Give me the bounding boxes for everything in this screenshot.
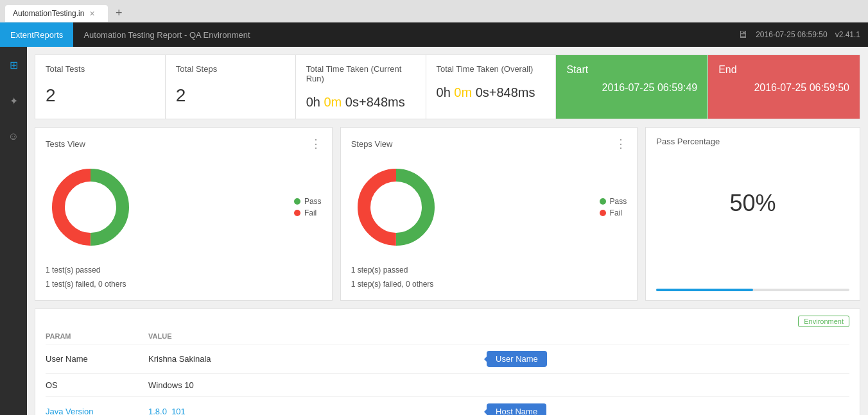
tests-legend: Pass Fail <box>294 197 322 217</box>
stat-card-total-tests: Total Tests 2 <box>35 55 166 119</box>
browser-chrome: AutomationTesting.in × + <box>0 0 868 22</box>
time-overall-title: Total Time Taken (Overall) <box>437 64 546 74</box>
table-row: Java Version1.8.0_101Host Name <box>46 397 849 415</box>
sidebar-icon-settings[interactable]: ✦ <box>2 89 25 112</box>
sidebar-icon-dashboard[interactable]: ⊞ <box>2 53 25 76</box>
env-value: Krishna Sakinala <box>148 344 474 374</box>
sidebar-icon-user[interactable]: ☺ <box>2 125 25 148</box>
tab-title: AutomationTesting.in <box>13 9 84 18</box>
tests-view-menu[interactable]: ⋮ <box>310 137 322 151</box>
tests-donut <box>46 162 135 252</box>
col-param: PARAM <box>46 328 148 344</box>
charts-row: Tests View ⋮ <box>35 127 860 301</box>
stat-card-end: End 2016-07-25 06:59:50 <box>708 55 860 119</box>
steps-legend-pass: Pass <box>600 197 627 206</box>
svg-point-2 <box>70 187 111 228</box>
table-row: OSWindows 10 <box>46 374 849 397</box>
tests-view-footer: 1 test(s) passed 1 test(s) failed, 0 oth… <box>46 264 322 291</box>
col-value: VALUE <box>148 328 474 344</box>
nav-title: Automation Testing Report - QA Environme… <box>73 30 730 40</box>
tests-view-header: Tests View ⋮ <box>46 137 322 151</box>
end-value: 2016-07-25 06:59:50 <box>718 82 849 94</box>
sidebar: ⊞ ✦ ☺ <box>0 47 27 415</box>
pass-pct-title: Pass Percentage <box>656 137 720 146</box>
env-badge: Environment <box>798 316 849 327</box>
total-steps-title: Total Steps <box>176 64 285 74</box>
steps-view-footer: 1 step(s) passed 1 step(s) failed, 0 oth… <box>351 264 627 291</box>
env-annotation: Host Name <box>474 397 849 415</box>
annotation-label: Host Name <box>487 403 546 415</box>
app-layout: ⊞ ✦ ☺ Total Tests 2 Total Steps 2 Total … <box>0 47 868 415</box>
env-param: Java Version <box>46 397 148 415</box>
steps-pass-dot <box>600 198 606 205</box>
steps-donut <box>351 162 441 252</box>
steps-fail-dot <box>600 210 606 216</box>
stat-card-start: Start 2016-07-25 06:59:49 <box>556 55 708 119</box>
pass-pct-value: 50% <box>656 190 849 217</box>
time-current-value: 0h 0m 0s+848ms <box>306 95 415 110</box>
browser-tab[interactable]: AutomationTesting.in × <box>5 5 108 22</box>
annotation-callout: User Name <box>487 351 547 367</box>
monitor-icon: 🖥 <box>738 29 748 40</box>
pass-percentage-card: Pass Percentage 50% <box>645 127 860 301</box>
pass-pct-header: Pass Percentage <box>656 137 849 146</box>
main-content: Total Tests 2 Total Steps 2 Total Time T… <box>27 47 868 415</box>
steps-view-menu[interactable]: ⋮ <box>615 137 627 151</box>
version-label: v2.41.1 <box>835 30 860 39</box>
env-value: 1.8.0_101 <box>148 397 474 415</box>
start-title: Start <box>566 64 697 76</box>
tab-close-button[interactable]: × <box>89 8 94 19</box>
total-tests-value: 2 <box>46 85 155 106</box>
annotation-callout: Host Name <box>487 403 546 415</box>
progress-bar-container <box>656 276 849 291</box>
tests-legend-pass: Pass <box>294 197 322 206</box>
end-title: End <box>718 64 849 76</box>
tests-view-title: Tests View <box>46 139 85 149</box>
progress-bar-fill <box>656 289 752 291</box>
timestamp-label: 2016-07-25 06:59:50 <box>756 30 827 39</box>
time-current-title: Total Time Taken (Current Run) <box>306 64 415 83</box>
brand-tab[interactable]: ExtentReports <box>0 22 73 47</box>
total-tests-title: Total Tests <box>46 64 155 74</box>
time-overall-value: 0h 0m 0s+848ms <box>437 85 546 100</box>
annotation-label: User Name <box>487 351 547 367</box>
pass-dot <box>294 198 300 205</box>
tests-view-card: Tests View ⋮ <box>35 127 333 301</box>
steps-view-header: Steps View ⋮ <box>351 137 627 151</box>
total-steps-value: 2 <box>176 85 285 106</box>
env-param: OS <box>46 374 148 397</box>
steps-legend: Pass Fail <box>600 197 627 217</box>
stat-card-time-overall: Total Time Taken (Overall) 0h 0m 0s+848m… <box>426 55 557 119</box>
brand-label: ExtentReports <box>10 30 63 40</box>
env-table: PARAM VALUE User NameKrishna SakinalaUse… <box>46 328 849 415</box>
start-value: 2016-07-25 06:59:49 <box>566 82 697 94</box>
top-nav: ExtentReports Automation Testing Report … <box>0 22 868 47</box>
steps-view-card: Steps View ⋮ Pass <box>340 127 638 301</box>
env-annotation <box>474 374 849 397</box>
nav-right: 🖥 2016-07-25 06:59:50 v2.41.1 <box>730 29 868 40</box>
env-annotation: User Name <box>474 344 849 374</box>
new-tab-button[interactable]: + <box>113 4 125 22</box>
svg-point-5 <box>376 187 417 228</box>
environment-section: Environment PARAM VALUE User NameKrishna… <box>35 309 860 415</box>
tests-donut-container: Pass Fail <box>46 156 322 258</box>
table-row: User NameKrishna SakinalaUser Name <box>46 344 849 374</box>
env-value: Windows 10 <box>148 374 474 397</box>
steps-legend-fail: Fail <box>600 208 627 217</box>
stats-row: Total Tests 2 Total Steps 2 Total Time T… <box>35 55 860 119</box>
steps-donut-container: Pass Fail <box>351 156 627 258</box>
stat-card-total-steps: Total Steps 2 <box>166 55 296 119</box>
tests-legend-fail: Fail <box>294 208 322 217</box>
steps-view-title: Steps View <box>351 139 393 149</box>
fail-dot <box>294 210 300 216</box>
progress-bar-bg <box>656 289 849 291</box>
stat-card-time-current: Total Time Taken (Current Run) 0h 0m 0s+… <box>296 55 426 119</box>
env-param: User Name <box>46 344 148 374</box>
